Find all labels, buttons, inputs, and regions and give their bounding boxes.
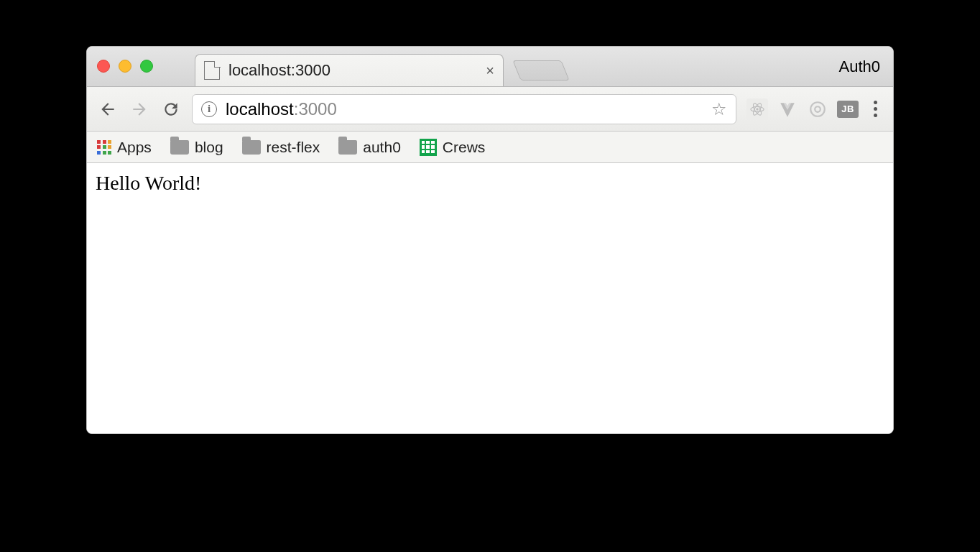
back-button[interactable] — [97, 98, 119, 120]
page-viewport: Hello World! — [87, 163, 893, 433]
bookmark-label: auth0 — [363, 139, 401, 156]
svg-point-4 — [810, 102, 825, 116]
page-body-text: Hello World! — [96, 172, 201, 194]
minimize-window-button[interactable] — [119, 60, 131, 73]
profile-label[interactable]: Auth0 — [839, 58, 881, 76]
bookmark-blog[interactable]: blog — [170, 139, 223, 156]
vue-devtools-icon[interactable] — [777, 98, 798, 120]
file-icon — [204, 61, 220, 80]
tab-strip: localhost:3000 × Auth0 — [87, 47, 893, 87]
browser-menu-button[interactable] — [867, 101, 883, 117]
apps-icon — [97, 140, 111, 155]
window-controls — [97, 60, 153, 73]
bookmarks-bar: Apps blog rest-flex auth0 Crews — [87, 132, 893, 163]
react-devtools-icon[interactable] — [746, 98, 768, 120]
forward-button[interactable] — [129, 98, 150, 120]
sheets-icon — [420, 139, 437, 156]
url-host: localhost — [226, 99, 294, 119]
bookmark-auth0[interactable]: auth0 — [338, 139, 401, 156]
address-bar[interactable]: i localhost:3000 ☆ — [192, 94, 736, 124]
tab-title: localhost:3000 — [228, 61, 330, 80]
folder-icon — [242, 140, 261, 155]
browser-tab[interactable]: localhost:3000 × — [195, 54, 504, 86]
toolbar: i localhost:3000 ☆ JB — [87, 87, 893, 132]
url-port: :3000 — [294, 99, 337, 119]
jetbrains-extension-icon[interactable]: JB — [837, 101, 859, 118]
close-window-button[interactable] — [97, 60, 110, 73]
bookmark-star-button[interactable]: ☆ — [711, 99, 727, 119]
close-tab-button[interactable]: × — [486, 63, 494, 79]
svg-point-3 — [756, 108, 758, 110]
folder-icon — [338, 140, 357, 155]
bookmark-crews[interactable]: Crews — [420, 139, 486, 156]
bookmark-label: blog — [195, 139, 223, 156]
reload-button[interactable] — [160, 98, 182, 120]
bookmark-label: Apps — [117, 139, 152, 156]
bookmark-label: rest-flex — [267, 139, 320, 156]
extension-circle-icon[interactable] — [807, 98, 828, 120]
bookmark-label: Crews — [443, 139, 486, 156]
site-info-icon[interactable]: i — [201, 101, 217, 117]
svg-point-5 — [815, 106, 820, 112]
bookmark-apps[interactable]: Apps — [97, 139, 152, 156]
browser-window: localhost:3000 × Auth0 i localhost:3000 … — [86, 46, 894, 434]
maximize-window-button[interactable] — [140, 60, 153, 73]
extension-icons: JB — [746, 98, 883, 120]
bookmark-rest-flex[interactable]: rest-flex — [242, 139, 320, 156]
new-tab-button[interactable] — [512, 60, 569, 80]
folder-icon — [170, 140, 189, 155]
